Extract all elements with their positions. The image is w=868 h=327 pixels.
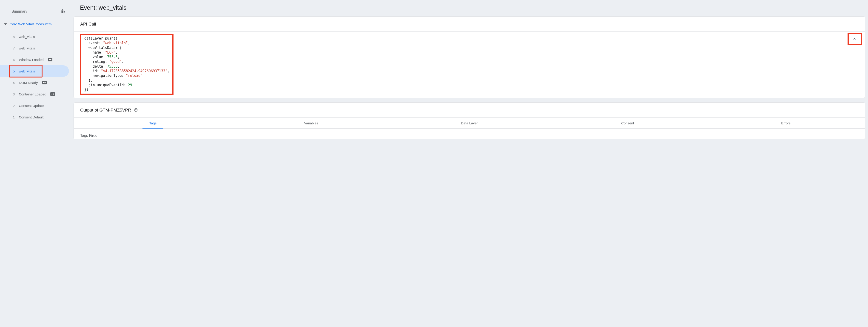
- chevron-up-icon: [852, 36, 857, 42]
- output-header-container: GTM-PMZ5VPR: [99, 108, 131, 113]
- tab-variables[interactable]: Variables: [232, 118, 391, 128]
- tab-data-layer[interactable]: Data Layer: [390, 118, 549, 128]
- clear-icon[interactable]: [60, 9, 65, 14]
- event-number: 7: [11, 46, 15, 50]
- event-number: 1: [11, 115, 15, 119]
- tags-fired-heading: Tags Fired: [74, 128, 865, 139]
- event-number: 3: [11, 92, 15, 96]
- event-item-7[interactable]: 7web_vitals: [0, 42, 69, 54]
- tab-consent[interactable]: Consent: [549, 118, 707, 128]
- event-item-5[interactable]: 5web_vitals: [0, 65, 69, 77]
- api-call-code: dataLayer.push({ event: "web_vitals", we…: [84, 36, 169, 92]
- output-header-prefix: Output of: [80, 108, 99, 113]
- help-icon[interactable]: [134, 108, 138, 112]
- api-call-code-box: dataLayer.push({ event: "web_vitals", we…: [80, 34, 174, 95]
- event-item-8[interactable]: 8web_vitals: [0, 31, 69, 42]
- event-number: 2: [11, 104, 15, 108]
- caret-down-icon: [4, 23, 7, 25]
- api-call-card: API Call dataLayer.push({ event: "web_vi…: [73, 16, 865, 98]
- event-list: 8web_vitals7web_vitals6Window Loaded5web…: [0, 29, 69, 123]
- event-item-1[interactable]: 1Consent Default: [0, 111, 69, 123]
- code-badge-icon: [48, 58, 53, 61]
- sidebar-group[interactable]: Core Web Vitals measurem…: [0, 19, 69, 29]
- code-badge-icon: [42, 81, 46, 84]
- main-panel: Event: web_vitals API Call dataLayer.pus…: [69, 0, 868, 327]
- event-number: 5: [11, 69, 15, 73]
- event-number: 6: [11, 58, 15, 62]
- summary-heading: Summary: [11, 9, 27, 13]
- event-number: 8: [11, 35, 15, 39]
- event-number: 4: [11, 81, 15, 85]
- event-item-4[interactable]: 4DOM Ready: [0, 77, 69, 88]
- output-tabs: TagsVariablesData LayerConsentErrors: [74, 118, 865, 128]
- event-label: web_vitals: [19, 35, 35, 39]
- event-label: Window Loaded: [19, 58, 44, 62]
- event-item-3[interactable]: 3Container Loaded: [0, 88, 69, 100]
- page-title: Event: web_vitals: [73, 0, 865, 16]
- output-card: Output of GTM-PMZ5VPR TagsVariablesData …: [73, 102, 865, 139]
- event-label: Container Loaded: [19, 92, 46, 96]
- event-label: web_vitals: [19, 46, 35, 50]
- code-badge-icon: [50, 92, 55, 96]
- output-header: Output of GTM-PMZ5VPR: [74, 102, 865, 118]
- page-title-event: web_vitals: [99, 4, 126, 11]
- event-label: web_vitals: [19, 69, 35, 73]
- event-item-6[interactable]: 6Window Loaded: [0, 54, 69, 65]
- event-label: Consent Update: [19, 104, 44, 108]
- event-label: Consent Default: [19, 115, 44, 119]
- event-item-2[interactable]: 2Consent Update: [0, 100, 69, 111]
- sidebar-group-label: Core Web Vitals measurem…: [10, 22, 55, 26]
- collapse-button[interactable]: [847, 33, 862, 45]
- event-label: DOM Ready: [19, 81, 38, 85]
- api-call-header: API Call: [74, 17, 865, 31]
- sidebar: Summary Core Web Vitals measurem… 8web_v…: [0, 0, 69, 327]
- tab-errors[interactable]: Errors: [707, 118, 865, 128]
- page-title-prefix: Event:: [80, 4, 99, 11]
- svg-point-1: [135, 111, 136, 111]
- tab-tags[interactable]: Tags: [74, 118, 232, 128]
